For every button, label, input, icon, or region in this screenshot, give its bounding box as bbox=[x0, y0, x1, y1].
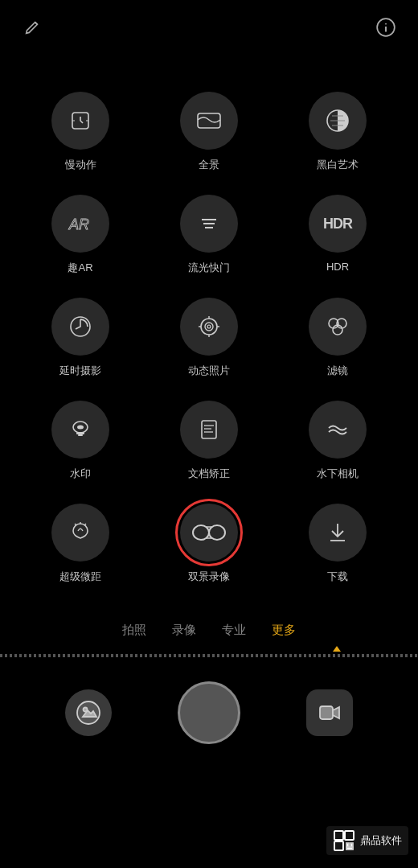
mode-grid: 慢动作 全景 黑白艺术 AR 趣AR bbox=[0, 72, 418, 603]
mode-panorama[interactable]: 全景 bbox=[145, 80, 273, 183]
edit-icon[interactable] bbox=[19, 14, 45, 40]
mode-dual-video[interactable]: 双景录像 bbox=[145, 492, 273, 595]
mode-download[interactable]: 下载 bbox=[273, 492, 402, 595]
svg-point-15 bbox=[205, 323, 213, 331]
underwater-label: 水下相机 bbox=[317, 467, 359, 481]
time-lapse-icon bbox=[51, 298, 109, 356]
svg-text:AR: AR bbox=[68, 216, 89, 232]
info-icon[interactable] bbox=[373, 14, 399, 40]
filter-icon bbox=[309, 298, 367, 356]
underwater-icon bbox=[309, 401, 367, 459]
nav-more[interactable]: 更多 bbox=[272, 623, 296, 638]
bottom-nav: 拍照 录像 专业 更多 bbox=[0, 611, 418, 644]
live-photo-label: 动态照片 bbox=[188, 364, 230, 378]
mode-time-lapse[interactable]: 延时摄影 bbox=[16, 286, 145, 389]
mode-hdr[interactable]: HDR HDR bbox=[273, 183, 402, 286]
svg-rect-37 bbox=[345, 831, 354, 840]
super-macro-label: 超级微距 bbox=[59, 570, 101, 584]
nav-video[interactable]: 录像 bbox=[172, 623, 196, 638]
watermark-logo-icon bbox=[333, 829, 355, 852]
svg-rect-24 bbox=[202, 421, 216, 438]
download-label: 下载 bbox=[327, 570, 348, 584]
watermark-icon bbox=[51, 401, 109, 459]
svg-point-14 bbox=[201, 319, 217, 335]
hdr-icon: HDR bbox=[309, 195, 367, 253]
mode-slow-motion[interactable]: 慢动作 bbox=[16, 80, 145, 183]
top-bar bbox=[0, 0, 418, 48]
mode-art-bw[interactable]: 黑白艺术 bbox=[273, 80, 402, 183]
doc-correct-label: 文档矫正 bbox=[188, 467, 230, 481]
ar-label: 趣AR bbox=[68, 261, 92, 275]
watermark-text: 鼎品软件 bbox=[360, 833, 402, 848]
nav-pro[interactable]: 专业 bbox=[222, 623, 246, 638]
video-record-button[interactable] bbox=[306, 689, 353, 736]
svg-rect-35 bbox=[320, 706, 333, 719]
art-bw-icon bbox=[309, 92, 367, 150]
shutter-button[interactable] bbox=[178, 681, 240, 744]
svg-point-16 bbox=[207, 325, 211, 328]
dual-video-icon bbox=[180, 504, 238, 562]
super-macro-icon bbox=[51, 504, 109, 562]
nav-photo[interactable]: 拍照 bbox=[122, 623, 146, 638]
svg-point-34 bbox=[84, 708, 88, 712]
nav-indicator bbox=[0, 644, 418, 652]
mode-underwater[interactable]: 水下相机 bbox=[273, 389, 402, 492]
svg-rect-41 bbox=[346, 847, 353, 849]
mode-ar[interactable]: AR 趣AR bbox=[16, 183, 145, 286]
slow-motion-icon bbox=[51, 92, 109, 150]
time-lapse-label: 延时摄影 bbox=[59, 364, 101, 378]
mode-watermark[interactable]: 水印 bbox=[16, 389, 145, 492]
download-icon bbox=[309, 504, 367, 562]
light-painting-icon bbox=[180, 195, 238, 253]
slow-motion-label: 慢动作 bbox=[65, 158, 96, 172]
mode-live-photo[interactable]: 动态照片 bbox=[145, 286, 273, 389]
svg-rect-4 bbox=[198, 113, 220, 128]
camera-controls bbox=[0, 665, 418, 760]
svg-rect-36 bbox=[334, 831, 343, 840]
ar-icon: AR bbox=[51, 195, 109, 253]
gallery-thumbnail[interactable] bbox=[65, 689, 112, 736]
svg-point-2 bbox=[385, 23, 387, 25]
doc-correct-icon bbox=[180, 401, 238, 459]
svg-point-21 bbox=[77, 426, 84, 430]
panorama-icon bbox=[180, 92, 238, 150]
svg-rect-23 bbox=[78, 434, 83, 436]
svg-rect-38 bbox=[334, 841, 343, 850]
active-indicator bbox=[333, 646, 341, 652]
light-painting-label: 流光快门 bbox=[188, 261, 230, 275]
filter-label: 滤镜 bbox=[327, 364, 348, 378]
svg-rect-22 bbox=[76, 432, 84, 434]
panorama-label: 全景 bbox=[199, 158, 219, 172]
watermark-label: 水印 bbox=[70, 467, 91, 481]
watermark-brand: 鼎品软件 bbox=[326, 826, 408, 855]
mode-filter[interactable]: 滤镜 bbox=[273, 286, 402, 389]
mode-light-painting[interactable]: 流光快门 bbox=[145, 183, 273, 286]
art-bw-label: 黑白艺术 bbox=[317, 158, 359, 172]
mode-super-macro[interactable]: 超级微距 bbox=[16, 492, 145, 595]
live-photo-icon bbox=[180, 298, 238, 356]
hdr-label: HDR bbox=[326, 261, 349, 273]
mode-doc-correct[interactable]: 文档矫正 bbox=[145, 389, 273, 492]
slider-dots bbox=[0, 654, 418, 657]
dual-video-label: 双景录像 bbox=[188, 570, 230, 584]
